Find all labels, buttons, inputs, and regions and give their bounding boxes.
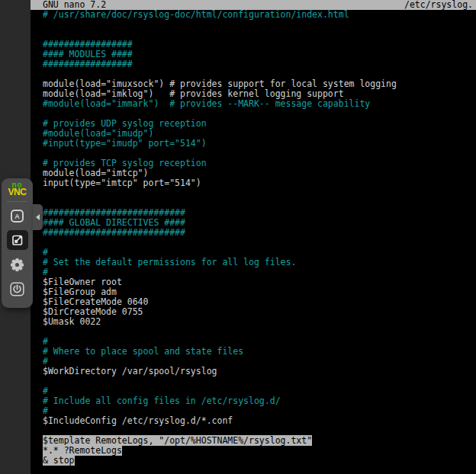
terminal-line: $DirCreateMode 0755 [43, 307, 476, 317]
control-bar-divider [7, 201, 27, 202]
terminal-line: # Where to place spool and state files [43, 347, 476, 357]
terminal-line: ########################### [43, 228, 476, 238]
expand-icon [11, 234, 24, 246]
terminal-line: *.* ?RemoteLogs [43, 446, 476, 456]
extra-keys-button[interactable]: A [7, 206, 28, 226]
keycap-a-icon: A [10, 209, 24, 223]
control-bar-collapse-handle[interactable] [33, 204, 43, 230]
settings-button[interactable] [7, 255, 28, 274]
novnc-logo: no VNC [8, 182, 27, 197]
vnc-control-bar: no VNC A [2, 178, 33, 308]
terminal-line: #input(type="imudp" port="514") [43, 139, 476, 149]
power-icon [10, 282, 24, 296]
terminal-line: #module(load="immark") # provides --MARK… [43, 99, 476, 109]
gear-icon [10, 258, 24, 272]
terminal-line: ################# [43, 59, 476, 69]
fullscreen-button[interactable] [7, 230, 28, 250]
terminal-line: $Umask 0022 [43, 317, 476, 327]
terminal-line [43, 188, 476, 198]
disconnect-button[interactable] [7, 279, 28, 299]
terminal-line: $WorkDirectory /var/spool/rsyslog [43, 367, 476, 376]
terminal-line [43, 376, 476, 386]
terminal-line [43, 327, 476, 337]
terminal-line: # Set the default permissions for all lo… [43, 258, 476, 267]
novnc-viewport: { "window": { "title_left": "GNU nano 7.… [0, 0, 476, 474]
terminal-line: & stop [43, 456, 476, 466]
nano-titlebar: GNU nano 7.2 /etc/rsyslog. [31, 0, 476, 10]
nano-editor-screen[interactable]: # /usr/share/doc/rsyslog-doc/html/config… [31, 10, 476, 466]
terminal-line: # /usr/share/doc/rsyslog-doc/html/config… [43, 10, 476, 20]
terminal-line: input(type="imtcp" port="514") [43, 178, 476, 188]
terminal-line: # Include all config files in /etc/rsysl… [43, 396, 476, 406]
terminal-line [43, 20, 476, 30]
terminal-window: GNU nano 7.2 /etc/rsyslog. # /usr/share/… [31, 0, 476, 474]
terminal-line [43, 238, 476, 248]
novnc-logo-vnc: VNC [8, 188, 27, 197]
svg-text:A: A [14, 213, 20, 220]
nano-filename: /etc/rsyslog. [404, 0, 473, 10]
nano-title: GNU nano 7.2 [43, 0, 106, 10]
terminal-line: $IncludeConfig /etc/rsyslog.d/*.conf [43, 416, 476, 426]
chevron-left-icon [36, 214, 40, 220]
